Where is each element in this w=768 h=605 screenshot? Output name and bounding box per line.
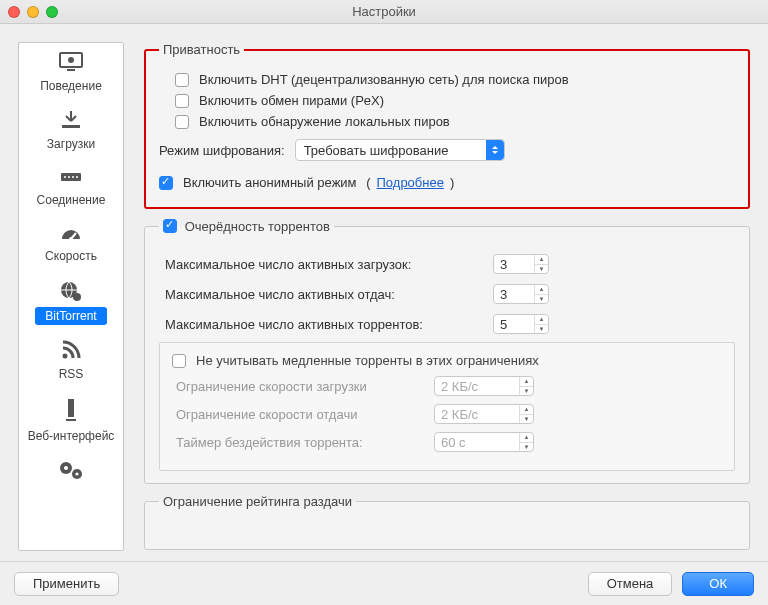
queue-toggle-checkbox[interactable] [163, 219, 177, 233]
svg-point-12 [73, 293, 81, 301]
ratio-legend: Ограничение рейтинга раздачи [159, 494, 356, 509]
sidebar-item-Соединение[interactable]: Соединение [19, 159, 123, 215]
sidebar-item-label: Веб-интерфейс [24, 427, 119, 445]
lpd-label: Включить обнаружение локальных пиров [199, 114, 450, 129]
sidebar-item-Веб-интерфейс[interactable]: Веб-интерфейс [19, 389, 123, 451]
svg-point-13 [63, 354, 68, 359]
dht-checkbox[interactable] [175, 73, 189, 87]
encryption-select[interactable]: Требовать шифрование [295, 139, 505, 161]
ignore-slow-checkbox[interactable] [172, 354, 186, 368]
lpd-checkbox[interactable] [175, 115, 189, 129]
sidebar-item-label: BitTorrent [35, 307, 106, 325]
sidebar: ПоведениеЗагрузкиСоединениеСкоростьBitTo… [18, 42, 124, 551]
svg-point-19 [75, 472, 78, 475]
max-downloads-input[interactable]: 3 [493, 254, 549, 274]
sidebar-item-Загрузки[interactable]: Загрузки [19, 101, 123, 159]
max-uploads-input[interactable]: 3 [493, 284, 549, 304]
network-icon [21, 167, 121, 187]
sidebar-item-label: Загрузки [43, 135, 99, 153]
encryption-value: Требовать шифрование [304, 143, 449, 158]
sidebar-item-RSS[interactable]: RSS [19, 331, 123, 389]
ignore-slow-label: Не учитывать медленные торренты в этих о… [196, 353, 539, 368]
apply-button[interactable]: Применить [14, 572, 119, 596]
sidebar-item-label: Соединение [33, 191, 110, 209]
svg-rect-3 [62, 125, 80, 128]
inactivity-label: Таймер бездействия торрента: [176, 435, 426, 450]
svg-point-5 [64, 176, 66, 178]
sidebar-item-Скорость[interactable]: Скорость [19, 215, 123, 271]
svg-rect-1 [67, 69, 75, 71]
window-title: Настройки [352, 4, 416, 19]
anonymous-checkbox[interactable] [159, 176, 173, 190]
privacy-group: Приватность Включить DHT (децентрализова… [144, 42, 750, 209]
zoom-icon[interactable] [46, 6, 58, 18]
sidebar-item-label: Скорость [41, 247, 101, 265]
max-uploads-label: Максимальное число активных отдач: [165, 287, 485, 302]
sidebar-item-label: RSS [55, 365, 88, 383]
slow-ul-label: Ограничение скорости отдачи [176, 407, 426, 422]
svg-point-2 [68, 57, 74, 63]
monitor-gear-icon [21, 51, 121, 73]
svg-rect-15 [66, 419, 76, 421]
pex-checkbox[interactable] [175, 94, 189, 108]
svg-point-6 [68, 176, 70, 178]
encryption-label: Режим шифрования: [159, 143, 285, 158]
svg-point-17 [64, 466, 68, 470]
titlebar: Настройки [0, 0, 768, 24]
minimize-icon[interactable] [27, 6, 39, 18]
max-torrents-label: Максимальное число активных торрентов: [165, 317, 485, 332]
sidebar-item-BitTorrent[interactable]: BitTorrent [19, 271, 123, 331]
ratio-group: Ограничение рейтинга раздачи [144, 494, 750, 550]
slow-ul-input: 2 КБ/с [434, 404, 534, 424]
anonymous-label: Включить анонимный режим [183, 175, 357, 190]
max-downloads-label: Максимальное число активных загрузок: [165, 257, 485, 272]
max-torrents-input[interactable]: 5 [493, 314, 549, 334]
learn-more-link[interactable]: Подробнее [377, 175, 444, 190]
close-icon[interactable] [8, 6, 20, 18]
rss-icon [21, 339, 121, 361]
cogs-icon [21, 459, 121, 481]
svg-point-8 [76, 176, 78, 178]
privacy-legend: Приватность [159, 42, 244, 57]
inactivity-input: 60 с [434, 432, 534, 452]
ok-button[interactable]: ОК [682, 572, 754, 596]
slow-dl-input: 2 КБ/с [434, 376, 534, 396]
server-icon [21, 397, 121, 423]
download-icon [21, 109, 121, 131]
sidebar-item-label: Поведение [36, 77, 106, 95]
svg-point-7 [72, 176, 74, 178]
slow-torrents-subgroup: Не учитывать медленные торренты в этих о… [159, 342, 735, 471]
sidebar-item-7[interactable] [19, 451, 123, 491]
cancel-button[interactable]: Отмена [588, 572, 673, 596]
queue-legend: Очерёдность торрентов [185, 219, 330, 234]
slow-dl-label: Ограничение скорости загрузки [176, 379, 426, 394]
pex-label: Включить обмен пирами (PeX) [199, 93, 384, 108]
svg-rect-14 [68, 399, 74, 417]
queue-group: Очерёдность торрентов Максимальное число… [144, 219, 750, 484]
footer: Применить Отмена ОК [0, 561, 768, 605]
globe-gear-icon [21, 279, 121, 303]
dht-label: Включить DHT (децентрализованную сеть) д… [199, 72, 569, 87]
sidebar-item-Поведение[interactable]: Поведение [19, 43, 123, 101]
chevron-updown-icon [486, 140, 504, 160]
gauge-icon [21, 223, 121, 243]
